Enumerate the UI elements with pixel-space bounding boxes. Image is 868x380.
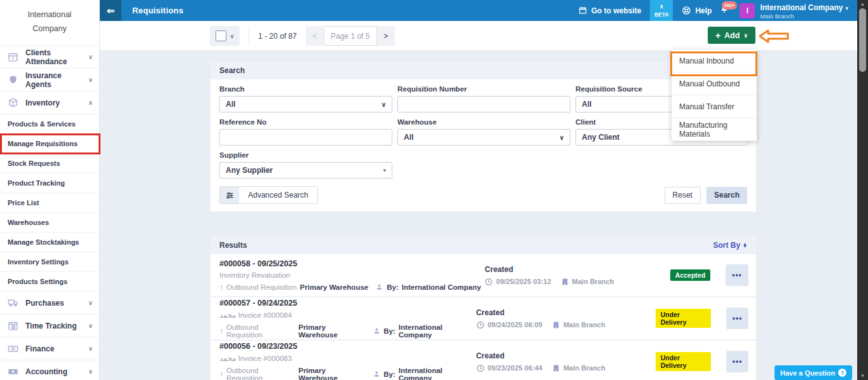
created-by: International Company xyxy=(402,283,481,291)
requisition-id: #000057 - 09/24/2025 xyxy=(219,299,476,308)
warehouse-select[interactable]: All ∨ xyxy=(397,129,570,146)
notifications-button[interactable]: 102+ xyxy=(719,4,729,17)
account-menu[interactable]: International Company▾ Main Branch xyxy=(760,1,848,20)
go-to-website-link[interactable]: Go to website xyxy=(578,6,642,15)
company-name-line1: International xyxy=(0,8,99,22)
search-button[interactable]: Search xyxy=(706,187,747,204)
sidebar-item-products-settings[interactable]: Products Settings xyxy=(0,272,99,292)
status-badge: Under Delivery xyxy=(656,309,712,328)
sidebar-item-label: Inventory xyxy=(25,98,88,107)
sidebar-item-price-list[interactable]: Price List xyxy=(0,193,99,213)
menu-item-manual-transfer[interactable]: Manual Transfer xyxy=(672,95,757,118)
results-header: Results Sort By ▲▼ xyxy=(210,236,756,254)
sidebar-item-warehouses[interactable]: Warehouses xyxy=(0,213,99,233)
sidebar-item-insurance-agents[interactable]: Insurance Agents ∨ xyxy=(0,69,99,92)
sidebar-item-accounting[interactable]: Accounting ∨ xyxy=(0,360,99,380)
subnav-label: Inventory Settings xyxy=(8,258,69,266)
menu-item-manual-inbound[interactable]: Manual Inbound xyxy=(672,50,757,72)
requisition-subtitle: محمد Invoice #000084 xyxy=(219,311,476,320)
subnav-label: Products Settings xyxy=(8,278,67,285)
sidebar-item-label: Finance xyxy=(25,344,88,353)
row-actions-button[interactable]: ••• xyxy=(726,264,748,286)
sidebar-item-product-tracking[interactable]: Product Tracking xyxy=(0,173,99,193)
requisition-warehouse: Primary Warehouse xyxy=(298,323,365,339)
requisition-row[interactable]: #000058 - 09/25/2025 Inventory Revaluati… xyxy=(210,254,756,297)
sidebar-item-time-tracking[interactable]: Time Tracking ∨ xyxy=(0,315,99,337)
sidebar-item-manage-stocktakings[interactable]: Manage Stocktakings xyxy=(0,233,99,252)
requisition-row[interactable]: #000057 - 09/24/2025 محمد Invoice #00008… xyxy=(210,297,756,341)
vertical-scrollbar[interactable]: ▲ ▼ xyxy=(857,0,868,380)
menu-item-manual-outbound[interactable]: Manual Outbound xyxy=(672,72,757,95)
app-header: ⇐ Requisitions Go to website BETA Help 1… xyxy=(100,0,857,21)
sidebar-item-products-services[interactable]: Products & Services xyxy=(0,114,99,134)
next-page-button[interactable]: > xyxy=(377,32,395,41)
advanced-search-button[interactable]: Advanced Search xyxy=(219,186,318,204)
created-by: International Company xyxy=(399,323,476,339)
company-name-line2: Company xyxy=(0,22,99,36)
sidebar-item-finance[interactable]: Finance ∨ xyxy=(0,337,99,360)
collapse-sidebar-button[interactable]: ⇐ xyxy=(100,0,121,21)
created-label: Created xyxy=(476,351,656,360)
select-all-checkbox[interactable] xyxy=(216,31,226,41)
sidebar-item-inventory-settings[interactable]: Inventory Settings xyxy=(0,252,99,272)
cash-icon xyxy=(8,366,18,377)
search-panel-title: Search xyxy=(219,66,245,75)
pagination-range: 1 - 20 of 87 xyxy=(258,32,297,41)
outbound-arrow-icon: ↑ xyxy=(219,370,223,379)
divider xyxy=(249,26,249,46)
building-icon xyxy=(552,364,560,372)
requisition-subtitle: Inventory Revaluation xyxy=(219,271,485,279)
supplier-select[interactable]: Any Supplier ▾ xyxy=(219,162,392,179)
have-a-question-label: Have a Question xyxy=(780,369,835,377)
chevron-down-icon: ∨ xyxy=(230,33,235,39)
ellipsis-icon: ••• xyxy=(732,271,742,280)
row-actions-button[interactable]: ••• xyxy=(726,351,748,372)
requisition-number-input[interactable] xyxy=(397,96,570,112)
sort-by-control[interactable]: Sort By ▲▼ xyxy=(713,241,747,250)
previous-page-button[interactable]: < xyxy=(306,32,324,41)
sidebar-item-manage-requisitions[interactable]: Manage Requisitions xyxy=(0,134,99,154)
reset-button[interactable]: Reset xyxy=(665,187,701,204)
sidebar-item-clients-attendance[interactable]: Clients Attendance ∨ xyxy=(0,46,99,69)
row-actions-button[interactable]: ••• xyxy=(726,308,748,329)
branch-select[interactable]: All ∨ xyxy=(219,96,392,112)
building-icon xyxy=(561,278,569,286)
sidebar-item-stock-requests[interactable]: Stock Requests xyxy=(0,154,99,173)
calendar-clock-icon xyxy=(8,320,18,331)
sidebar: International Company Clients Attendance… xyxy=(0,0,100,380)
help-button[interactable]: Help xyxy=(682,6,712,15)
menu-item-manufacturing-materials[interactable]: Manufacturing Materials xyxy=(672,118,757,141)
have-a-question-button[interactable]: Have a Question ? xyxy=(775,365,852,380)
scroll-down-arrow-icon[interactable]: ▼ xyxy=(857,373,868,379)
requisition-direction: Outbound Requisition xyxy=(226,283,297,291)
page: International Company Clients Attendance… xyxy=(0,0,868,380)
sidebar-item-label: Accounting xyxy=(25,367,88,376)
calendar-person-icon xyxy=(8,51,18,62)
add-button[interactable]: + Add ∨ xyxy=(708,27,755,44)
requisition-row[interactable]: #000056 - 09/23/2025 محمد Invoice #00008… xyxy=(210,341,756,380)
help-label: Help xyxy=(695,6,712,15)
select-all-control[interactable]: ∨ xyxy=(210,26,240,46)
requisition-direction: Outbound Requisition xyxy=(226,367,295,380)
supplier-label: Supplier xyxy=(219,151,392,159)
page-title: Requisitions xyxy=(132,6,183,15)
ellipsis-icon: ••• xyxy=(733,314,743,323)
created-timestamp: 09/25/2025 03:12 xyxy=(496,278,551,285)
caret-down-icon: ▾ xyxy=(845,5,848,11)
question-mark-icon: ? xyxy=(838,369,846,377)
requisition-warehouse: Primary Warehouse xyxy=(300,283,369,291)
requisition-number-label: Requisition Number xyxy=(397,85,570,93)
scroll-up-arrow-icon[interactable]: ▲ xyxy=(857,1,868,7)
sidebar-item-inventory[interactable]: Inventory ∧ xyxy=(0,92,99,114)
branch-name: Main Branch xyxy=(572,278,614,285)
requisition-number-field: Requisition Number xyxy=(397,85,570,112)
avatar[interactable]: I xyxy=(740,3,755,18)
scrollbar-thumb[interactable] xyxy=(859,8,866,72)
go-to-website-label: Go to website xyxy=(591,6,642,15)
branch-label: Branch xyxy=(219,85,392,93)
branch-field: Branch All ∨ xyxy=(219,85,392,112)
reference-no-input[interactable] xyxy=(219,129,392,146)
person-icon xyxy=(375,283,383,291)
clock-icon xyxy=(476,321,485,329)
sidebar-item-purchases[interactable]: Purchases ∨ xyxy=(0,292,99,315)
